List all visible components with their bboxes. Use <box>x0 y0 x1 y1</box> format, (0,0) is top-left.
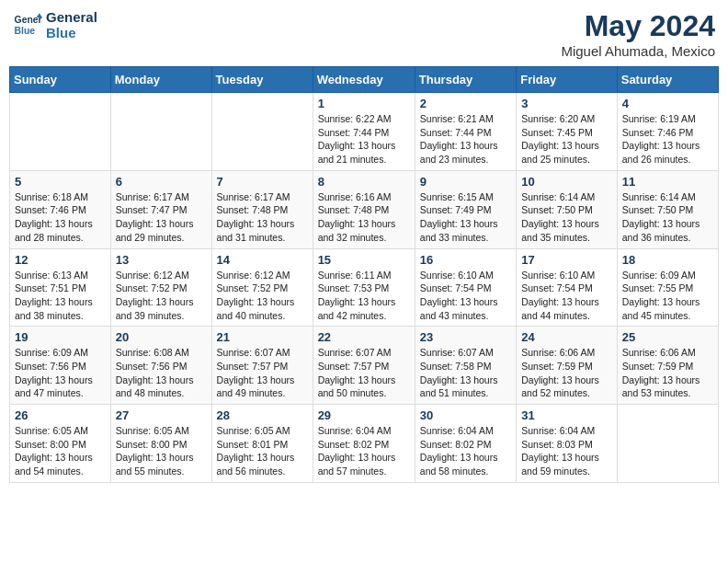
svg-text:Blue: Blue <box>15 26 36 36</box>
day-number: 21 <box>217 330 308 344</box>
day-info: Sunrise: 6:12 AM Sunset: 7:52 PM Dayligh… <box>116 269 207 323</box>
day-number: 14 <box>217 253 308 267</box>
calendar-cell: 6Sunrise: 6:17 AM Sunset: 7:47 PM Daylig… <box>110 170 211 248</box>
day-number: 23 <box>420 330 511 344</box>
day-number: 22 <box>318 330 410 344</box>
weekday-header: Saturday <box>617 67 718 93</box>
calendar-cell: 15Sunrise: 6:11 AM Sunset: 7:53 PM Dayli… <box>313 248 415 327</box>
calendar-cell: 27Sunrise: 6:05 AM Sunset: 8:00 PM Dayli… <box>110 405 211 483</box>
day-info: Sunrise: 6:15 AM Sunset: 7:49 PM Dayligh… <box>420 190 511 245</box>
calendar-cell <box>617 405 718 483</box>
day-number: 3 <box>521 97 612 110</box>
day-info: Sunrise: 6:18 AM Sunset: 7:46 PM Dayligh… <box>15 190 106 245</box>
day-number: 26 <box>15 408 106 422</box>
calendar-cell: 9Sunrise: 6:15 AM Sunset: 7:49 PM Daylig… <box>415 170 516 248</box>
day-info: Sunrise: 6:14 AM Sunset: 7:50 PM Dayligh… <box>622 190 713 245</box>
calendar-cell: 21Sunrise: 6:07 AM Sunset: 7:57 PM Dayli… <box>211 327 313 405</box>
day-info: Sunrise: 6:11 AM Sunset: 7:53 PM Dayligh… <box>318 269 410 323</box>
day-number: 31 <box>521 408 612 422</box>
day-number: 1 <box>318 97 410 110</box>
day-number: 18 <box>622 253 713 267</box>
day-number: 25 <box>622 330 713 344</box>
day-number: 11 <box>622 175 713 189</box>
day-info: Sunrise: 6:20 AM Sunset: 7:45 PM Dayligh… <box>521 112 612 167</box>
weekday-header: Thursday <box>415 67 516 93</box>
calendar-cell: 3Sunrise: 6:20 AM Sunset: 7:45 PM Daylig… <box>517 93 618 171</box>
title-area: May 2024 Miguel Ahumada, Mexico <box>561 9 715 59</box>
weekday-header: Monday <box>110 67 211 93</box>
calendar-cell: 23Sunrise: 6:07 AM Sunset: 7:58 PM Dayli… <box>415 327 516 405</box>
day-info: Sunrise: 6:09 AM Sunset: 7:56 PM Dayligh… <box>15 346 106 400</box>
day-info: Sunrise: 6:07 AM Sunset: 7:57 PM Dayligh… <box>217 346 308 400</box>
weekday-header: Friday <box>517 67 618 93</box>
calendar-cell: 20Sunrise: 6:08 AM Sunset: 7:56 PM Dayli… <box>110 327 211 405</box>
calendar-week-row: 26Sunrise: 6:05 AM Sunset: 8:00 PM Dayli… <box>10 405 719 483</box>
day-info: Sunrise: 6:17 AM Sunset: 7:47 PM Dayligh… <box>116 190 207 245</box>
calendar-week-row: 1Sunrise: 6:22 AM Sunset: 7:44 PM Daylig… <box>10 93 719 171</box>
weekday-header-row: SundayMondayTuesdayWednesdayThursdayFrid… <box>10 67 719 93</box>
day-info: Sunrise: 6:14 AM Sunset: 7:50 PM Dayligh… <box>521 190 612 245</box>
weekday-header: Sunday <box>10 67 111 93</box>
day-number: 17 <box>521 253 612 267</box>
day-info: Sunrise: 6:04 AM Sunset: 8:02 PM Dayligh… <box>420 424 511 478</box>
calendar-cell: 14Sunrise: 6:12 AM Sunset: 7:52 PM Dayli… <box>211 248 313 327</box>
calendar-cell: 28Sunrise: 6:05 AM Sunset: 8:01 PM Dayli… <box>211 405 313 483</box>
day-info: Sunrise: 6:16 AM Sunset: 7:48 PM Dayligh… <box>318 190 410 245</box>
day-info: Sunrise: 6:06 AM Sunset: 7:59 PM Dayligh… <box>622 346 713 400</box>
calendar-cell: 18Sunrise: 6:09 AM Sunset: 7:55 PM Dayli… <box>617 248 718 327</box>
calendar-cell: 25Sunrise: 6:06 AM Sunset: 7:59 PM Dayli… <box>617 327 718 405</box>
day-info: Sunrise: 6:10 AM Sunset: 7:54 PM Dayligh… <box>420 269 511 323</box>
calendar-cell: 7Sunrise: 6:17 AM Sunset: 7:48 PM Daylig… <box>211 170 313 248</box>
calendar-cell: 19Sunrise: 6:09 AM Sunset: 7:56 PM Dayli… <box>10 327 111 405</box>
calendar-week-row: 5Sunrise: 6:18 AM Sunset: 7:46 PM Daylig… <box>10 170 719 248</box>
day-number: 9 <box>420 175 511 189</box>
calendar-cell: 12Sunrise: 6:13 AM Sunset: 7:51 PM Dayli… <box>10 248 111 327</box>
calendar-cell: 26Sunrise: 6:05 AM Sunset: 8:00 PM Dayli… <box>10 405 111 483</box>
calendar-cell: 11Sunrise: 6:14 AM Sunset: 7:50 PM Dayli… <box>617 170 718 248</box>
calendar-cell <box>211 93 313 171</box>
weekday-header: Tuesday <box>211 67 313 93</box>
calendar-cell: 29Sunrise: 6:04 AM Sunset: 8:02 PM Dayli… <box>313 405 415 483</box>
day-number: 8 <box>318 175 410 189</box>
day-number: 12 <box>15 253 106 267</box>
day-number: 13 <box>116 253 207 267</box>
calendar-cell: 2Sunrise: 6:21 AM Sunset: 7:44 PM Daylig… <box>415 93 516 171</box>
calendar-cell: 4Sunrise: 6:19 AM Sunset: 7:46 PM Daylig… <box>617 93 718 171</box>
day-info: Sunrise: 6:09 AM Sunset: 7:55 PM Dayligh… <box>622 269 713 323</box>
calendar-cell: 24Sunrise: 6:06 AM Sunset: 7:59 PM Dayli… <box>517 327 618 405</box>
day-info: Sunrise: 6:07 AM Sunset: 7:57 PM Dayligh… <box>318 346 410 400</box>
calendar-cell: 13Sunrise: 6:12 AM Sunset: 7:52 PM Dayli… <box>110 248 211 327</box>
header: General Blue General Blue May 2024 Migue… <box>9 9 719 59</box>
logo-general: General <box>46 9 97 25</box>
day-number: 27 <box>116 408 207 422</box>
day-number: 7 <box>217 175 308 189</box>
calendar-cell: 30Sunrise: 6:04 AM Sunset: 8:02 PM Dayli… <box>415 405 516 483</box>
day-info: Sunrise: 6:07 AM Sunset: 7:58 PM Dayligh… <box>420 346 511 400</box>
logo-icon: General Blue <box>13 10 42 40</box>
day-number: 29 <box>318 408 410 422</box>
day-number: 6 <box>116 175 207 189</box>
day-number: 24 <box>521 330 612 344</box>
month-title: May 2024 <box>561 9 715 43</box>
day-number: 19 <box>15 330 106 344</box>
day-number: 30 <box>420 408 511 422</box>
day-number: 2 <box>420 97 511 110</box>
calendar: SundayMondayTuesdayWednesdayThursdayFrid… <box>9 66 719 483</box>
day-number: 16 <box>420 253 511 267</box>
day-info: Sunrise: 6:12 AM Sunset: 7:52 PM Dayligh… <box>217 269 308 323</box>
calendar-cell: 1Sunrise: 6:22 AM Sunset: 7:44 PM Daylig… <box>313 93 415 171</box>
day-info: Sunrise: 6:13 AM Sunset: 7:51 PM Dayligh… <box>15 269 106 323</box>
day-info: Sunrise: 6:04 AM Sunset: 8:02 PM Dayligh… <box>318 424 410 478</box>
calendar-cell: 10Sunrise: 6:14 AM Sunset: 7:50 PM Dayli… <box>517 170 618 248</box>
day-number: 5 <box>15 175 106 189</box>
day-info: Sunrise: 6:04 AM Sunset: 8:03 PM Dayligh… <box>521 424 612 478</box>
calendar-week-row: 12Sunrise: 6:13 AM Sunset: 7:51 PM Dayli… <box>10 248 719 327</box>
day-number: 4 <box>622 97 713 110</box>
day-info: Sunrise: 6:22 AM Sunset: 7:44 PM Dayligh… <box>318 112 410 167</box>
day-number: 28 <box>217 408 308 422</box>
day-info: Sunrise: 6:19 AM Sunset: 7:46 PM Dayligh… <box>622 112 713 167</box>
calendar-cell <box>110 93 211 171</box>
weekday-header: Wednesday <box>313 67 415 93</box>
calendar-cell: 22Sunrise: 6:07 AM Sunset: 7:57 PM Dayli… <box>313 327 415 405</box>
logo: General Blue General Blue <box>13 9 97 40</box>
